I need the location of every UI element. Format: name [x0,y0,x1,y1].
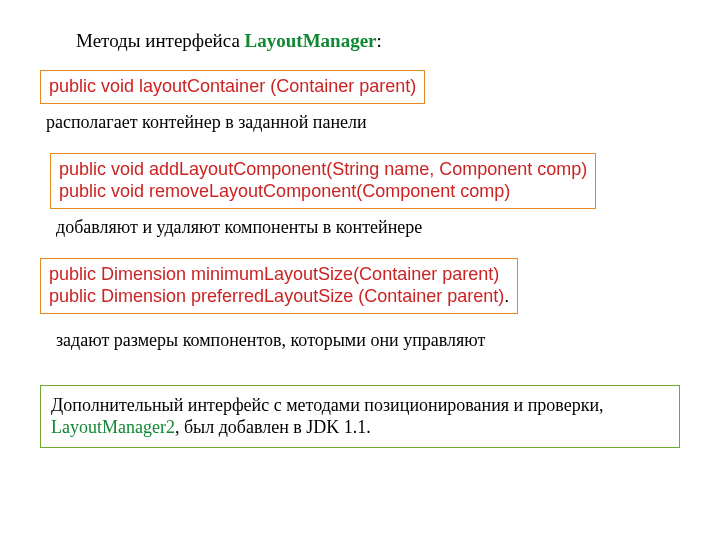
heading: Методы интерфейса LayoutManager: [76,30,680,52]
method-signature: public Dimension preferredLayoutSize (Co… [49,285,509,308]
trailing-dot: . [504,286,509,306]
heading-suffix: : [377,30,382,51]
heading-prefix: Методы интерфейса [76,30,245,51]
slide: Методы интерфейса LayoutManager: public … [0,0,720,484]
note-box: Дополнительный интерфейс с методами пози… [40,385,680,448]
method-signature: public void addLayoutComponent(String na… [59,158,587,181]
note-text-after: , был добавлен в JDK 1.1. [175,417,371,437]
method-box-2: public void addLayoutComponent(String na… [50,153,596,209]
desc-1: располагает контейнер в заданной панели [46,112,680,133]
desc-3: задают размеры компонентов, которыми они… [56,330,680,351]
method-signature: public void layoutContainer (Container p… [49,75,416,98]
note-keyword: LayoutManager2 [51,417,175,437]
method-signature: public Dimension minimumLayoutSize(Conta… [49,263,509,286]
method-box-3: public Dimension minimumLayoutSize(Conta… [40,258,518,314]
desc-2: добавляют и удаляют компоненты в контейн… [56,217,680,238]
note-text-before: Дополнительный интерфейс с методами пози… [51,395,604,415]
method-signature: public void removeLayoutComponent(Compon… [59,180,587,203]
method-box-1: public void layoutContainer (Container p… [40,70,425,104]
heading-keyword: LayoutManager [245,30,377,51]
